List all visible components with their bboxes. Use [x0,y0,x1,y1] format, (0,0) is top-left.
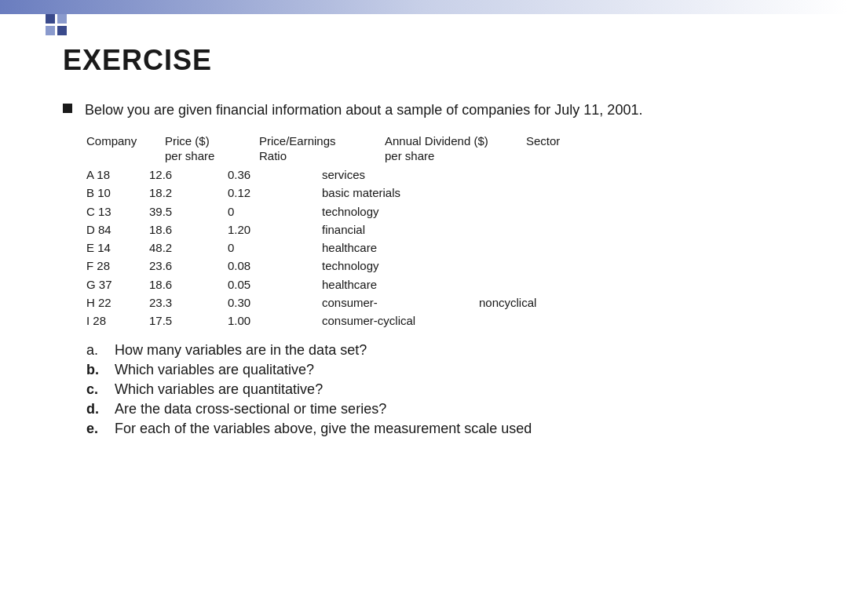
question-b: b. Which variables are qualitative? [86,362,801,378]
table-row: G 37 18.6 0.05 healthcare [86,275,801,293]
row-h-pe: 0.30 [228,293,322,312]
row-g-sector [479,275,636,293]
row-b-sector [479,184,636,202]
corner-square-3 [46,26,55,35]
question-e: e. For each of the variables above, give… [86,421,801,437]
row-h-dividend: consumer- [322,293,479,312]
row-a-price: 12.6 [149,166,228,184]
corner-square-4 [57,26,67,35]
corner-square-1 [46,14,55,24]
subheader-dividend: per share [385,149,526,162]
row-f-dividend: technology [322,257,479,275]
row-e-company: E 14 [86,239,149,257]
row-i-pe: 1.00 [228,312,322,330]
row-d-company: D 84 [86,221,149,239]
subheader-pe: Ratio [259,149,385,162]
row-a-dividend: services [322,166,479,184]
row-c-sector [479,202,636,221]
corner-decoration [46,14,67,35]
corner-square-2 [57,14,67,24]
row-i-dividend: consumer-cyclical [322,312,479,330]
subheader-price: per share [165,149,259,162]
table-row: E 14 48.2 0 healthcare [86,239,801,257]
page-title: EXERCISE [63,44,801,77]
row-b-company: B 10 [86,184,149,202]
row-i-price: 17.5 [149,312,228,330]
question-d-text: Are the data cross-sectional or time ser… [115,401,386,417]
question-d-label: d. [86,401,115,417]
row-c-company: C 13 [86,202,149,221]
main-content: EXERCISE Below you are given financial i… [0,20,848,464]
row-c-pe: 0 [228,202,322,221]
question-b-label: b. [86,362,115,378]
question-a-label: a. [86,342,115,359]
row-e-dividend: healthcare [322,239,479,257]
table-row: A 18 12.6 0.36 services [86,166,801,184]
row-f-pe: 0.08 [228,257,322,275]
row-a-sector [479,166,636,184]
row-h-company: H 22 [86,293,149,312]
row-g-dividend: healthcare [322,275,479,293]
row-e-pe: 0 [228,239,322,257]
intro-text: Below you are given financial informatio… [85,100,642,120]
header-dividend: Annual Dividend ($) [385,134,526,148]
row-d-pe: 1.20 [228,221,322,239]
header-company: Company [86,134,165,148]
table-row: D 84 18.6 1.20 financial [86,221,801,239]
table-row: B 10 18.2 0.12 basic materials [86,184,801,202]
row-b-pe: 0.12 [228,184,322,202]
row-h-price: 23.3 [149,293,228,312]
row-h-sector: noncyclical [479,293,636,312]
header-sector: Sector [526,134,683,148]
row-f-sector [479,257,636,275]
question-c-label: c. [86,381,115,398]
question-a-text: How many variables are in the data set? [115,342,367,359]
question-e-text: For each of the variables above, give th… [115,421,532,437]
table-row: H 22 23.3 0.30 consumer- noncyclical [86,293,801,312]
intro-section: Below you are given financial informatio… [63,100,801,120]
row-e-price: 48.2 [149,239,228,257]
row-a-company: A 18 [86,166,149,184]
table-row: I 28 17.5 1.00 consumer-cyclical [86,312,801,330]
subheader-company [86,149,165,162]
question-e-label: e. [86,421,115,437]
row-d-dividend: financial [322,221,479,239]
row-b-dividend: basic materials [322,184,479,202]
row-a-pe: 0.36 [228,166,322,184]
question-d: d. Are the data cross-sectional or time … [86,401,801,417]
row-f-price: 23.6 [149,257,228,275]
row-i-sector [479,312,636,330]
row-e-sector [479,239,636,257]
row-b-price: 18.2 [149,184,228,202]
questions-section: a. How many variables are in the data se… [86,342,801,437]
question-c: c. Which variables are quantitative? [86,381,801,398]
table-header-row: Company Price ($) Price/Earnings Annual … [86,134,801,148]
data-table: Company Price ($) Price/Earnings Annual … [86,134,801,330]
row-c-price: 39.5 [149,202,228,221]
question-c-text: Which variables are quantitative? [115,381,323,398]
header-pe: Price/Earnings [259,134,385,148]
row-d-sector [479,221,636,239]
row-i-company: I 28 [86,312,149,330]
row-f-company: F 28 [86,257,149,275]
bullet-icon [63,104,72,113]
row-g-company: G 37 [86,275,149,293]
subheader-sector [526,149,683,162]
row-c-dividend: technology [322,202,479,221]
header-price: Price ($) [165,134,259,148]
table-row: C 13 39.5 0 technology [86,202,801,221]
question-b-text: Which variables are qualitative? [115,362,314,378]
top-gradient-bar [0,0,848,14]
table-row: F 28 23.6 0.08 technology [86,257,801,275]
row-g-pe: 0.05 [228,275,322,293]
row-d-price: 18.6 [149,221,228,239]
question-a: a. How many variables are in the data se… [86,342,801,359]
table-subheader-row: per share Ratio per share [86,149,801,162]
row-g-price: 18.6 [149,275,228,293]
